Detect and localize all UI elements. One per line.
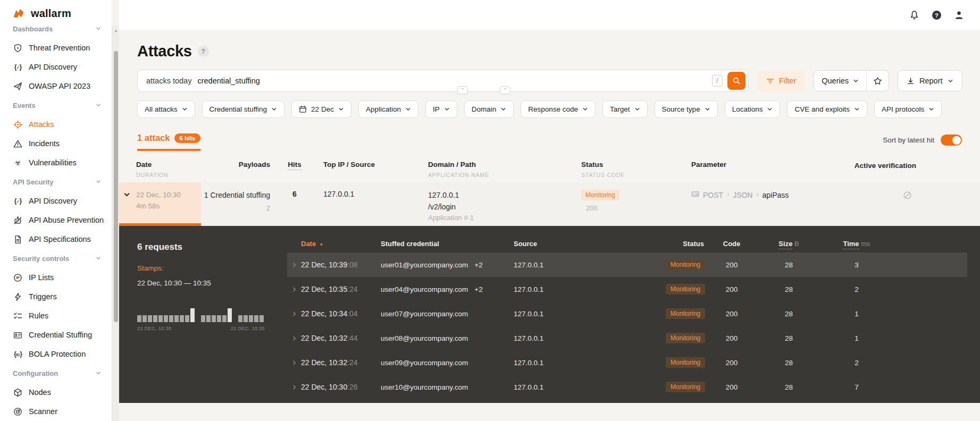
scrollbar-thumb[interactable]: [114, 51, 118, 322]
filter-chip-response-code[interactable]: Response code: [521, 100, 596, 118]
queries-button[interactable]: Queries: [814, 71, 866, 91]
request-row[interactable]: 22 Dec, 10:34:04 user07@yourcompany.com …: [287, 301, 967, 326]
request-date: 22 Dec, 10:39:08: [301, 260, 381, 269]
sidebar-section-security-controls[interactable]: Security controls: [0, 249, 112, 268]
checklist-icon: [13, 311, 23, 321]
sidebar-item-incidents[interactable]: Incidents: [0, 134, 112, 153]
sidebar-item-vulnerabilities[interactable]: ☣ Vulnerabilities: [0, 153, 112, 172]
sidebar-item-api-specifications[interactable]: API Specifications: [0, 230, 112, 249]
expand-chevron-icon[interactable]: [287, 262, 301, 268]
request-time: 1: [819, 310, 894, 318]
request-source[interactable]: 127.0.0.1: [514, 359, 649, 367]
sidebar-item-owasp-api-2023[interactable]: OWASP API 2023: [0, 77, 112, 96]
expand-chevron-icon[interactable]: [287, 311, 301, 317]
col-parameter[interactable]: Parameter: [684, 161, 849, 178]
sidebar-item-credential-stuffing[interactable]: Credential Stuffing: [0, 325, 112, 344]
col-domain[interactable]: Domain / Path APPLICATION NAME: [419, 161, 573, 178]
col-code[interactable]: Code: [705, 240, 758, 248]
histogram-bar: [169, 315, 173, 322]
sidebar-section-configuration[interactable]: Configuration: [0, 364, 112, 383]
sidebar-item-bola-protection[interactable]: {ID} BOLA Protection: [0, 344, 112, 364]
expand-chevron-icon[interactable]: [287, 360, 301, 366]
sidebar-item-api-discovery[interactable]: {✓} API Discovery: [0, 191, 112, 210]
request-source[interactable]: 127.0.0.1: [514, 310, 649, 318]
expand-chevron-icon[interactable]: [287, 287, 301, 292]
filter-chip-domain[interactable]: Domain: [464, 100, 514, 118]
scrollbar-up-arrow[interactable]: ▲: [112, 29, 120, 32]
expand-chevron-icon[interactable]: [287, 384, 301, 390]
col-time[interactable]: Time ms: [819, 240, 894, 248]
request-source[interactable]: 127.0.0.1: [514, 285, 649, 293]
request-row[interactable]: 22 Dec, 10:32:44 user08@yourcompany.com …: [287, 326, 967, 350]
attack-hits: 6: [272, 182, 317, 226]
chevron-down-icon: [338, 106, 344, 112]
chevron-down-icon: [500, 106, 506, 112]
filter-button[interactable]: Filter: [757, 70, 805, 91]
attack-row[interactable]: 22 Dec, 10:30 4m 58s 1 Credential stuffi…: [119, 182, 980, 226]
request-source[interactable]: 127.0.0.1: [514, 383, 649, 391]
col-top-ip[interactable]: Top IP / Source: [317, 161, 419, 178]
ip-badge-icon: IP: [13, 273, 23, 282]
request-row[interactable]: 22 Dec, 10:35:24 user04@yourcompany.com+…: [287, 277, 967, 301]
col-request-date-sorted[interactable]: Date▼: [301, 240, 381, 248]
request-source[interactable]: 127.0.0.1: [514, 261, 649, 269]
help-icon[interactable]: ?: [932, 10, 942, 20]
search-input[interactable]: attacks today credential_stuffing /: [137, 70, 749, 92]
filter-chip-cve-and-exploits[interactable]: CVE and exploits: [787, 100, 867, 118]
stamps-link[interactable]: Stamps:: [137, 264, 270, 272]
sidebar-item-triggers[interactable]: Triggers: [0, 287, 112, 306]
sidebar-item-nodes[interactable]: Nodes: [0, 383, 112, 402]
col-status[interactable]: Status STATUS CODE: [573, 161, 684, 178]
col-date[interactable]: Date DURATION: [134, 161, 201, 178]
report-button[interactable]: Report: [898, 70, 962, 91]
sidebar-item-api-abuse-prevention[interactable]: API Abuse Prevention: [0, 210, 112, 230]
col-source[interactable]: Source: [514, 240, 649, 248]
search-button[interactable]: [727, 72, 746, 90]
col-hits[interactable]: Hits: [272, 161, 317, 178]
request-row[interactable]: 22 Dec, 10:30:26 user10@yourcompany.com …: [287, 375, 967, 399]
attack-top-ip[interactable]: 127.0.0.1: [317, 182, 419, 226]
filter-chip-application[interactable]: Application: [358, 100, 418, 118]
warning-triangle-icon: [13, 139, 23, 148]
sidebar-item-api-discovery[interactable]: {✓} API Discovery: [0, 57, 112, 77]
col-stuffed-credential[interactable]: Stuffed credential: [381, 240, 514, 248]
tab-attacks[interactable]: 1 attack 6 hits: [137, 133, 200, 151]
col-payloads[interactable]: Payloads: [201, 161, 272, 178]
filter-chip-22-dec[interactable]: 22 Dec: [291, 100, 351, 118]
expand-chevron-icon[interactable]: [287, 335, 301, 341]
col-request-status[interactable]: Status: [649, 240, 705, 248]
sidebar-item-rules[interactable]: Rules: [0, 306, 112, 325]
request-source[interactable]: 127.0.0.1: [514, 334, 649, 342]
request-row[interactable]: 22 Dec, 10:32:24 user09@yourcompany.com …: [287, 350, 967, 375]
sidebar-section-api-security[interactable]: API Security: [0, 172, 112, 191]
filter-icon: [766, 77, 774, 85]
filter-chip-source-type[interactable]: Source type: [655, 100, 718, 118]
wallarm-logo[interactable]: wallarm: [0, 0, 112, 27]
filter-chip-locations[interactable]: Locations: [725, 100, 781, 118]
sidebar-item-scanner[interactable]: Scanner: [0, 402, 112, 421]
calendar-icon: [299, 105, 307, 113]
user-profile-icon[interactable]: [954, 10, 964, 20]
sidebar-scrollbar[interactable]: ▲: [112, 26, 119, 421]
requests-table: Date▼ Stuffed credential Source Status C…: [287, 234, 967, 399]
sidebar-item-attacks[interactable]: Attacks: [0, 115, 112, 134]
notifications-bell-icon[interactable]: [909, 10, 919, 20]
biohazard-icon: ☣: [13, 159, 23, 166]
chevron-down-icon: [767, 106, 773, 112]
filter-chip-ip[interactable]: IP: [425, 100, 457, 118]
filter-chip-api-protocols[interactable]: API protocols: [874, 100, 942, 118]
filter-chip-credential-stuffing[interactable]: Credential stuffing: [202, 100, 285, 118]
sidebar-section-events[interactable]: Events: [0, 96, 112, 115]
sort-toggle[interactable]: [941, 134, 962, 146]
filter-chip-all-attacks[interactable]: All attacks: [137, 100, 195, 118]
collapse-chevron-icon[interactable]: [119, 182, 134, 226]
histogram-bar: [158, 315, 163, 322]
page-help-icon[interactable]: ?: [198, 46, 209, 57]
filter-chip-target[interactable]: Target: [602, 100, 648, 118]
request-row[interactable]: 22 Dec, 10:39:08 user01@yourcompany.com+…: [287, 252, 967, 277]
favorite-star-button[interactable]: [867, 71, 889, 91]
request-code: 200: [705, 261, 758, 269]
col-size[interactable]: Size B: [758, 240, 819, 248]
sidebar-item-ip-lists[interactable]: IP IP Lists: [0, 268, 112, 287]
sidebar-item-threat-prevention[interactable]: Threat Prevention: [0, 38, 112, 57]
